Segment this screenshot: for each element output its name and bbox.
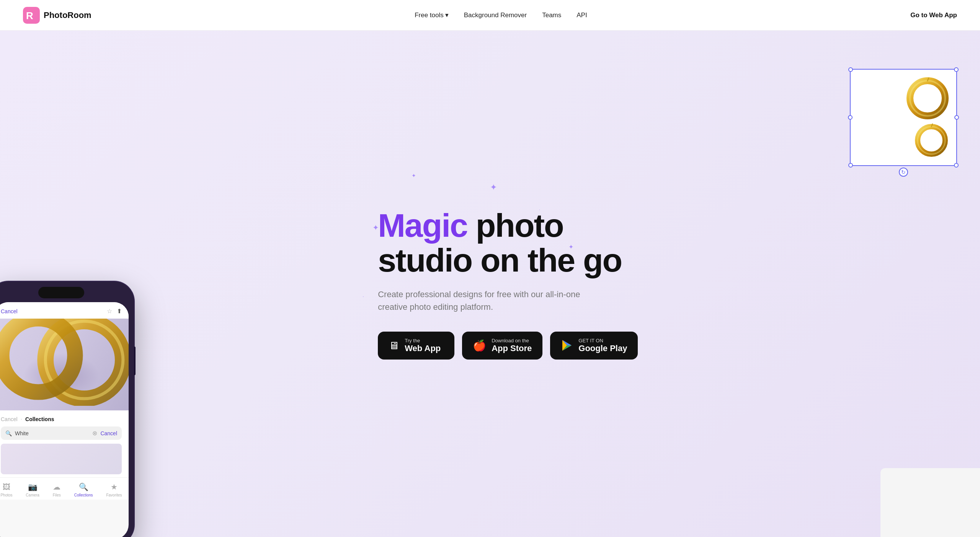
laptop-screen-content — [880, 468, 980, 537]
frame-corner-br — [954, 163, 959, 168]
phone-search-icon: 🔍 — [5, 430, 12, 436]
phone-tab-collections[interactable]: Collections — [25, 416, 54, 422]
cta-buttons: 🖥 Try the Web App 🍎 Download on the App … — [378, 332, 638, 360]
app-store-button[interactable]: 🍎 Download on the App Store — [462, 332, 542, 360]
files-icon: ☁ — [53, 482, 60, 491]
frame-corner-tl — [848, 67, 853, 72]
app-store-label-large: App Store — [492, 343, 532, 353]
nav-background-remover[interactable]: Background Remover — [464, 11, 527, 19]
logo-area[interactable]: R PhotoRoom — [23, 7, 91, 24]
phone-header-icons: ☆ ⬆ — [107, 308, 122, 315]
google-play-label-small: GET IT ON — [578, 338, 627, 343]
phone-mockup: Cancel ☆ ⬆ — [0, 282, 134, 537]
photos-icon: 🖼 — [3, 483, 10, 491]
phone-nav-photos-label: Photos — [0, 493, 12, 497]
phone-image-area — [0, 319, 129, 410]
hero-subtitle: Create professional designs for free wit… — [378, 288, 600, 313]
navigation: R PhotoRoom Free tools ▾ Background Remo… — [0, 0, 980, 31]
app-store-label-small: Download on the — [492, 338, 532, 343]
monitor-icon: 🖥 — [389, 339, 399, 352]
phone-search-bar: 🔍 White ⊗ Cancel — [1, 426, 122, 440]
chevron-down-icon: ▾ — [445, 11, 449, 19]
phone-star-icon[interactable]: ☆ — [107, 308, 112, 315]
phone-nav-collections[interactable]: 🔍 Collections — [74, 482, 93, 497]
phone-nav-files-label: Files — [53, 493, 61, 497]
google-play-button[interactable]: GET IT ON Google Play — [550, 332, 638, 360]
frame-corner-bl — [848, 163, 853, 168]
phone-nav-favorites[interactable]: ★ Favorites — [106, 482, 122, 497]
web-app-label-large: Web App — [405, 343, 441, 353]
svg-point-13 — [918, 127, 945, 154]
phone-screen: Cancel ☆ ⬆ — [0, 302, 129, 537]
phone-screen-header: Cancel ☆ ⬆ — [0, 302, 129, 319]
phone-nav-camera-label: Camera — [26, 493, 39, 497]
frame-handle-right — [954, 115, 959, 120]
phone-search-value[interactable]: White — [15, 430, 89, 436]
hero-title: Magic photo studio on the go — [378, 208, 638, 277]
earring-pair — [858, 77, 949, 158]
phone-nav-bar: 🖼 Photos 📷 Camera ☁ Files 🔍 Collections — [0, 477, 129, 500]
phone-nav-photos[interactable]: 🖼 Photos — [0, 483, 12, 497]
phone-tab-cancel[interactable]: Cancel — [1, 416, 18, 422]
svg-point-10 — [910, 81, 945, 116]
frame-corner-tr — [954, 67, 959, 72]
rotate-handle[interactable]: ↻ — [899, 168, 908, 177]
phone-nav-favorites-label: Favorites — [106, 493, 122, 497]
phone-content-preview — [1, 444, 122, 474]
nav-api[interactable]: API — [577, 11, 587, 19]
svg-point-4 — [2, 319, 75, 392]
earring-selection-frame: ↻ — [850, 69, 957, 166]
earring-floating-frame: ↻ — [850, 69, 957, 166]
sparkle-5: ✦ — [490, 182, 497, 192]
photoroom-logo-icon: R — [23, 7, 40, 24]
frame-handle-left — [848, 115, 853, 120]
nav-free-tools[interactable]: Free tools ▾ — [415, 11, 449, 19]
phone-nav-files[interactable]: ☁ Files — [53, 482, 61, 497]
phone-tabs: Cancel · Collections — [1, 416, 122, 423]
camera-icon: 📷 — [28, 482, 38, 491]
google-play-label-large: Google Play — [578, 343, 627, 353]
floating-earring-bottom — [914, 123, 949, 158]
collections-icon: 🔍 — [79, 482, 88, 491]
nav-teams[interactable]: Teams — [542, 11, 561, 19]
sparkle-2: ✦ — [412, 172, 416, 179]
phone-bottom-bar: Cancel · Collections 🔍 White ⊗ Cancel — [0, 410, 129, 477]
hero-section: ✦ ✦ · ✦ ✦ · Cancel ☆ ⬆ — [0, 31, 980, 537]
phone-earring-right — [0, 319, 106, 401]
hero-content: Magic photo studio on the go Create prof… — [378, 208, 638, 360]
favorites-icon: ★ — [111, 482, 118, 491]
phone-search-cancel-btn[interactable]: Cancel — [100, 430, 117, 436]
brand-name: PhotoRoom — [44, 10, 91, 20]
apple-icon: 🍎 — [473, 339, 486, 352]
phone-power-button — [134, 347, 136, 375]
phone-nav-collections-label: Collections — [74, 493, 93, 497]
phone-search-clear-icon[interactable]: ⊗ — [92, 430, 97, 437]
phone-cancel-button[interactable]: Cancel — [1, 308, 18, 314]
hero-title-magic: Magic — [378, 207, 467, 244]
go-to-web-app-link[interactable]: Go to Web App — [910, 11, 957, 19]
phone-notch — [38, 287, 84, 298]
phone-share-icon[interactable]: ⬆ — [117, 308, 122, 315]
sparkle-6: · — [363, 294, 364, 299]
laptop-hint — [880, 468, 980, 537]
phone-nav-camera[interactable]: 📷 Camera — [26, 482, 39, 497]
google-play-icon — [561, 339, 573, 351]
svg-text:R: R — [26, 10, 33, 21]
web-app-label-small: Try the — [405, 338, 441, 343]
floating-earring-top — [906, 77, 949, 119]
nav-links: Free tools ▾ Background Remover Teams AP… — [415, 11, 587, 19]
web-app-button[interactable]: 🖥 Try the Web App — [378, 332, 454, 360]
